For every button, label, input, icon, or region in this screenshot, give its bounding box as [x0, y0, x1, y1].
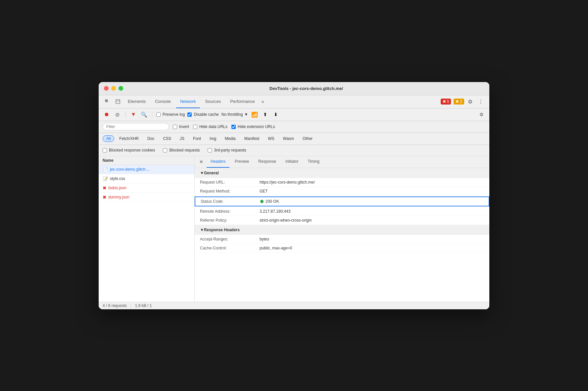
list-item-2[interactable]: 📝 style.css: [99, 174, 194, 184]
error-icon-1: ✖: [103, 186, 106, 191]
preserve-log-checkbox[interactable]: [156, 112, 161, 117]
close-panel-button[interactable]: ✕: [197, 158, 205, 166]
tab-initiator[interactable]: Initiator: [281, 156, 302, 168]
request-method-label: Request Method:: [200, 189, 260, 194]
general-section-header[interactable]: ▼General: [195, 168, 489, 178]
settings-icon[interactable]: ⚙: [466, 97, 475, 106]
upload-icon[interactable]: ⬆: [261, 110, 269, 118]
tab-performance[interactable]: Performance: [226, 95, 259, 108]
type-filter-all[interactable]: All: [103, 135, 114, 142]
list-item-3[interactable]: ✖ todos.json: [99, 184, 194, 193]
hide-data-urls-label[interactable]: Hide data URLs: [193, 124, 227, 129]
css-icon: 📝: [103, 176, 108, 181]
type-filter-img[interactable]: Img: [206, 135, 220, 142]
request-url-row: Request URL: https://jec-cors-demo.glitc…: [195, 178, 489, 187]
svg-rect-3: [107, 101, 108, 102]
cursor-icon[interactable]: [103, 97, 112, 106]
accept-ranges-row: Accept-Ranges: bytes: [195, 235, 489, 244]
request-url-value: https://jec-cors-demo.glitch.me/: [260, 180, 484, 185]
panel-content: ▼General Request URL: https://jec-cors-d…: [195, 168, 489, 302]
file-name-4: dummy.json: [108, 195, 129, 199]
blocked-requests-label[interactable]: Blocked requests: [163, 148, 200, 152]
warning-badge: ✖ 2: [454, 99, 464, 105]
tab-elements[interactable]: Elements: [124, 95, 150, 108]
wifi-icon[interactable]: 📶: [251, 110, 259, 118]
hide-extension-urls-checkbox[interactable]: [231, 125, 236, 129]
network-toolbar: ⏺ ⊘ ▼ 🔍 Preserve log Disable cache No th…: [99, 109, 489, 121]
toolbar-divider: [125, 111, 125, 118]
traffic-lights: [104, 86, 123, 91]
hide-extension-urls-label[interactable]: Hide extension URLs: [231, 124, 275, 129]
disable-cache-checkbox[interactable]: [187, 112, 192, 117]
preserve-log-label[interactable]: Preserve log: [156, 112, 185, 117]
tab-sources[interactable]: Sources: [201, 95, 225, 108]
invert-label[interactable]: Invert: [173, 124, 189, 129]
inspect-icon[interactable]: [113, 97, 122, 106]
svg-rect-1: [107, 100, 108, 101]
filter-input[interactable]: [103, 123, 169, 130]
tab-preview[interactable]: Preview: [231, 156, 253, 168]
close-button[interactable]: [104, 86, 109, 91]
tab-response[interactable]: Response: [254, 156, 280, 168]
type-filter-ws[interactable]: WS: [264, 135, 278, 142]
tab-timing[interactable]: Timing: [304, 156, 323, 168]
more-tabs-button[interactable]: »: [260, 99, 266, 104]
cookie-filter-row: Blocked response cookies Blocked request…: [99, 145, 489, 156]
size-info: 1.9 kB / 1: [135, 303, 152, 308]
throttling-select[interactable]: No throttling ▼: [221, 112, 248, 117]
minimize-button[interactable]: [111, 86, 116, 91]
tab-console[interactable]: Console: [151, 95, 175, 108]
file-name-1: jec-cors-demo.glitch....: [110, 167, 150, 172]
network-settings-icon[interactable]: ⚙: [477, 110, 485, 118]
status-code-value: 200 OK: [260, 199, 483, 204]
response-headers-section-header[interactable]: ▼Response Headers: [195, 225, 489, 235]
type-filter-doc[interactable]: Doc: [144, 135, 158, 142]
type-filter-css[interactable]: CSS: [159, 135, 175, 142]
type-filter-media[interactable]: Media: [221, 135, 239, 142]
list-item-4[interactable]: ✖ dummy.json: [99, 193, 194, 202]
type-filter-fetch-xhr[interactable]: Fetch/XHR: [116, 135, 142, 142]
blocked-cookies-label[interactable]: Blocked response cookies: [103, 148, 155, 152]
invert-checkbox[interactable]: [173, 125, 177, 129]
filter-icon[interactable]: ▼: [129, 110, 137, 118]
more-options-icon[interactable]: ⋮: [476, 97, 485, 106]
type-filter-row: All Fetch/XHR Doc CSS JS Font Img Media …: [99, 133, 489, 145]
svg-rect-0: [105, 100, 106, 101]
accept-ranges-value: bytes: [260, 237, 484, 241]
panel-tabs: ✕ Headers Preview Response Initiator Tim…: [195, 156, 489, 168]
clear-button[interactable]: ⊘: [113, 110, 121, 118]
type-filter-other[interactable]: Other: [299, 135, 316, 142]
tab-network[interactable]: Network: [176, 95, 200, 108]
type-filter-font[interactable]: Font: [189, 135, 205, 142]
type-filter-js[interactable]: JS: [176, 135, 188, 142]
disable-cache-label[interactable]: Disable cache: [187, 112, 219, 117]
status-code-row: Status Code: 200 OK: [195, 196, 489, 206]
referrer-policy-row: Referrer Policy: strict-origin-when-cros…: [195, 216, 489, 225]
maximize-button[interactable]: [119, 86, 123, 91]
list-item-1[interactable]: 📄 jec-cors-demo.glitch....: [99, 165, 194, 174]
cache-control-label: Cache-Control:: [200, 246, 260, 250]
request-url-label: Request URL:: [200, 180, 260, 185]
hide-data-urls-checkbox[interactable]: [193, 125, 197, 129]
toolbar-divider2: [152, 111, 152, 118]
titlebar: DevTools - jec-cors-demo.glitch.me/: [99, 82, 489, 95]
type-filter-manifest[interactable]: Manifest: [241, 135, 263, 142]
doc-icon: 📄: [103, 167, 108, 172]
search-icon[interactable]: 🔍: [140, 110, 148, 118]
tab-headers[interactable]: Headers: [207, 156, 229, 168]
blocked-cookies-checkbox[interactable]: [103, 148, 107, 152]
third-party-checkbox[interactable]: [208, 148, 212, 152]
file-list-header: Name: [99, 156, 194, 165]
error-badge: ✖ 5: [441, 99, 451, 105]
type-filter-wasm[interactable]: Wasm: [279, 135, 298, 142]
right-panel: ✕ Headers Preview Response Initiator Tim…: [195, 156, 489, 302]
third-party-label[interactable]: 3rd-party requests: [208, 148, 246, 152]
error-count: 5: [447, 99, 449, 104]
cache-control-value: public, max-age=0: [260, 246, 484, 250]
status-divider: [131, 303, 131, 308]
record-button[interactable]: ⏺: [103, 110, 111, 118]
blocked-requests-checkbox[interactable]: [163, 148, 167, 152]
request-method-row: Request Method: GET: [195, 187, 489, 196]
warning-count: 2: [460, 99, 462, 104]
download-icon[interactable]: ⬇: [272, 110, 280, 118]
